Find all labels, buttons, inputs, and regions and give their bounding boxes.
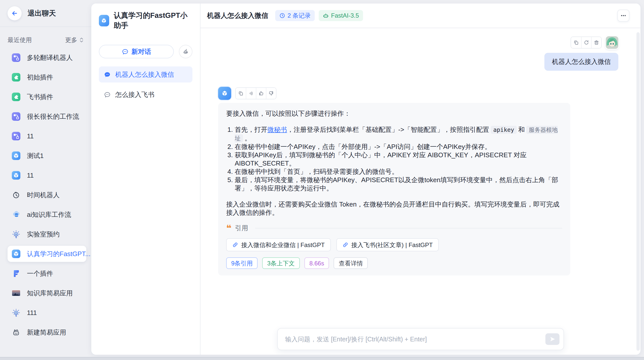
step-text: ，注册登录后找到菜单栏「基础配置」->「智能配置」，按照指引配置 [287, 126, 489, 133]
chat-title: 机器人怎么接入微信 [207, 11, 268, 20]
step-item: 在微秘书中找到「首页」，扫码登录需要接入的微信号。 [235, 168, 562, 176]
user-message-header [218, 36, 618, 49]
sidebar-item-test1[interactable]: 测试1 [8, 148, 86, 164]
clear-history-button[interactable] [179, 45, 192, 58]
app-header: 认真学习的FastGPT小助手 [99, 11, 192, 31]
step-item: 最后，填写环境变量，将微秘书的APIKey、APISECRET以及企微token… [235, 176, 562, 192]
sidebar-item-label: 实验室预约 [27, 230, 60, 239]
workflow-icon [12, 132, 20, 140]
copy-button[interactable] [236, 88, 246, 99]
sidebar-item-label: ai知识库工作流 [27, 210, 71, 219]
chat-input[interactable] [285, 336, 545, 343]
sidebar-item-feishu-plugin[interactable]: 飞书插件 [8, 89, 86, 105]
sidebar-item-label: 时间机器人 [27, 191, 60, 199]
retry-button[interactable] [581, 37, 591, 48]
model-badge-label: FastAI-3.5 [331, 12, 359, 19]
sidebar-item-time-bot[interactable]: 时间机器人 [8, 187, 86, 203]
assistant-intro: 要接入微信，可以按照以下步骤进行操作： [226, 109, 562, 118]
broom-icon [182, 48, 189, 55]
assistant-note: 接入企业微信时，还需要购买企业微信 Token，在微秘书的会员开通栏目中自行购买… [226, 200, 562, 217]
clock-icon [12, 191, 20, 199]
app-title: 认真学习的FastGPT小助手 [114, 11, 192, 31]
workflow-icon [12, 53, 20, 62]
sidebar-item-knowledge-simple-app[interactable]: 知识库简易应用 [8, 285, 86, 301]
fastgpt-logo-icon [12, 269, 20, 278]
sidebar-item-translate-bot[interactable]: 多轮翻译机器人 [8, 50, 86, 66]
assistant-message-tools [235, 87, 276, 99]
sidebar-item-111[interactable]: 111 [8, 305, 86, 321]
cube-icon [12, 250, 20, 258]
sidebar-item-11-workflow[interactable]: 11 [8, 128, 86, 144]
sidebar-item-one-plugin[interactable]: 一个插件 [8, 265, 86, 282]
sidebar-item-label: 飞书插件 [27, 93, 53, 101]
quote-icon: ❝ [226, 224, 231, 232]
context-count-chip[interactable]: 3条上下文 [262, 257, 300, 269]
sidebar-item-label: 一个插件 [27, 269, 53, 278]
records-badge-label: 2 条记录 [288, 12, 311, 20]
sidebar-item-11-cube[interactable]: 11 [8, 167, 86, 183]
app-cube-icon [99, 15, 109, 26]
delete-button[interactable] [591, 37, 601, 48]
quotes-count-chip[interactable]: 9条引用 [226, 257, 258, 269]
sidebar-item-fastgpt-assistant[interactable]: 认真学习的FastGPT... [8, 246, 86, 262]
recent-section-title: 最近使用 [8, 36, 32, 44]
thumbs-down-button[interactable] [266, 88, 276, 99]
back-arrow-button[interactable] [8, 6, 22, 20]
chat-panel: 机器人怎么接入微信 2 条记录 FastAI-3.5 [200, 4, 640, 355]
citation-chip-feishu[interactable]: 接入飞书(社区文章) | FastGPT [336, 238, 439, 251]
records-badge: 2 条记录 [275, 10, 315, 21]
duration-chip: 8.66s [304, 257, 329, 269]
photo-icon [12, 289, 20, 297]
quote-label: 引用 [235, 224, 248, 232]
app-list: 多轮翻译机器人 初始插件 飞书插件 很长很长的工作流 [0, 50, 91, 349]
sidebar-item-lab-booking[interactable]: 实验室预约 [8, 226, 86, 242]
sidebar-item-label: 新建简易应用 [27, 328, 66, 337]
assistant-steps-list: 首先，打开微秘书，注册登录后找到菜单栏「基础配置」->「智能配置」，按照指引配置… [226, 126, 562, 192]
history-item-feishu[interactable]: 怎么接入飞书 [99, 87, 192, 103]
sidebar-item-label: 初始插件 [27, 73, 53, 82]
response-stats: 9条引用 3条上下文 8.66s 查看详情 [226, 257, 562, 269]
read-aloud-button[interactable] [246, 88, 256, 99]
chat-bubble-icon [104, 91, 111, 98]
chat-bubble-filled-icon [104, 71, 111, 78]
sidebar-item-new-simple-app[interactable]: 新建简易应用 [8, 324, 86, 340]
sidebar-item-initial-plugin[interactable]: 初始插件 [8, 69, 86, 85]
user-avatar [606, 36, 618, 49]
step-item: 首先，打开微秘书，注册登录后找到菜单栏「基础配置」->「智能配置」，按照指引配置… [235, 126, 562, 143]
history-actions: 新对话 [99, 45, 192, 58]
sidebar-item-label: 测试1 [27, 151, 44, 160]
chat-input-bar [277, 328, 564, 350]
robot-small-icon [323, 13, 329, 19]
citation-label: 接入飞书(社区文章) | FastGPT [351, 241, 433, 249]
new-chat-button[interactable]: 新对话 [99, 45, 174, 58]
history-item-label: 机器人怎么接入微信 [115, 70, 174, 79]
sidebar-item-long-workflow[interactable]: 很长很长的工作流 [8, 108, 86, 125]
chat-more-button[interactable] [617, 10, 629, 22]
user-message-bubble: 机器人怎么接入微信 [544, 53, 618, 71]
history-panel: 认真学习的FastGPT小助手 新对话 [91, 4, 200, 355]
more-apps-button[interactable]: 更多 [65, 36, 84, 44]
citation-label: 接入微信和企业微信 | FastGPT [241, 241, 325, 249]
sidebar-item-label: 多轮翻译机器人 [27, 53, 73, 62]
exit-chat-button[interactable]: 退出聊天 [0, 0, 91, 27]
chat-scrollbar[interactable] [636, 32, 640, 351]
robot-icon [12, 328, 20, 337]
sidebar-item-label: 很长很长的工作流 [27, 112, 79, 121]
wemishu-link[interactable]: 微秘书 [267, 126, 287, 133]
sidebar-item-label: 11 [27, 132, 34, 140]
step-text: 。 [245, 134, 251, 142]
sidebar-item-label: 111 [27, 309, 37, 317]
citation-chip-wechat[interactable]: 接入微信和企业微信 | FastGPT [226, 238, 331, 251]
user-message-tools [571, 36, 602, 49]
history-item-wechat[interactable]: 机器人怎么接入微信 [99, 66, 192, 83]
plugin-icon [12, 93, 20, 101]
thumbs-up-button[interactable] [256, 88, 266, 99]
copy-button[interactable] [571, 37, 581, 48]
link-icon [232, 242, 238, 248]
step-item: 获取到APIKey后，填写到微秘书的「个人中心」中，APIKEY 对应 AIBO… [235, 151, 562, 168]
send-button[interactable] [545, 333, 559, 345]
history-item-label: 怎么接入飞书 [115, 90, 154, 99]
sidebar-item-ai-knowledge-workflow[interactable]: ai知识库工作流 [8, 207, 86, 223]
window-bottom-edge [0, 357, 644, 360]
view-details-chip[interactable]: 查看详情 [334, 257, 368, 269]
